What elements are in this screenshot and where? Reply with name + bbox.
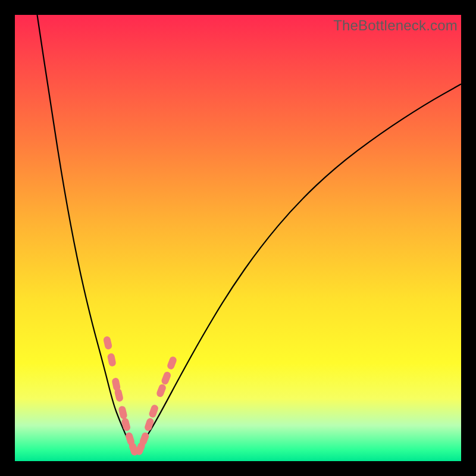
curve-marker <box>114 388 124 402</box>
curve-marker <box>161 371 172 386</box>
marker-group <box>103 336 178 456</box>
bottleneck-curve-chart <box>15 15 461 461</box>
curve-marker <box>166 356 177 371</box>
chart-plot-area: TheBottleneck.com <box>15 15 461 461</box>
curve-marker <box>103 336 113 350</box>
watermark-label: TheBottleneck.com <box>333 17 458 34</box>
curve-marker <box>148 404 159 419</box>
curve-marker <box>121 417 131 431</box>
curve-marker <box>155 383 167 398</box>
curve-right-branch <box>134 84 461 451</box>
curve-marker <box>107 353 117 367</box>
curve-marker <box>118 405 128 419</box>
curve-marker <box>144 417 155 432</box>
